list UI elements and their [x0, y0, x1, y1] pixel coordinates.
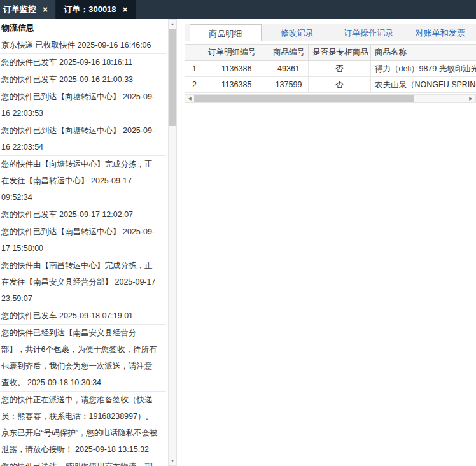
col-is-counter-product: 是否是专柜商品 [309, 45, 371, 61]
logistics-panel: 物流信息 京东快递 已收取快件 2025-09-16 16:46:06 您的快件… [0, 19, 179, 466]
logistics-entry: 您的快件已发车 2025-09-17 12:02:07 [0, 206, 166, 223]
logistics-entry: 您的快件已经到达【南昌安义县经营分部】，共计6个包裹，为便于您签收，待所有包裹到… [0, 325, 166, 392]
order-detail-no: 1136386 [204, 61, 269, 77]
logistics-entry: 您的快件已到达【向塘转运中心】 2025-09-16 22:03:54 [0, 122, 166, 156]
logistics-entry: 您的快件已到达【南昌转运中心】 2025-09-17 15:58:00 [0, 223, 166, 257]
tab-order-operation-log[interactable]: 订单操作记录 [333, 24, 405, 41]
logistics-entry: 您的快件已发车 2025-09-16 18:16:11 [0, 54, 166, 71]
logistics-entry: 您的快件已发车 2025-09-16 21:00:33 [0, 71, 166, 88]
scrollbar-thumb[interactable] [194, 95, 414, 102]
product-name-link[interactable]: 农夫山泉（NONGFU SPRING） [371, 77, 476, 93]
logistics-entry: 您的快件正在派送中，请您准备签收（快递员：熊赛赛，联系电话：1916823899… [0, 392, 166, 458]
logistics-entry: 您的快件已送达，感谢您使用京东物流，期待再次为您服务。 2025-09-18 1… [0, 458, 166, 466]
grid-header-row: 订单明细编号 商品编号 是否是专柜商品 商品名称 [185, 45, 476, 61]
is-counter-product: 否 [309, 77, 371, 93]
product-grid: 订单明细编号 商品编号 是否是专柜商品 商品名称 1 1136386 49361… [185, 44, 476, 103]
scroll-left-icon[interactable]: ◀ [185, 95, 194, 102]
logistics-title: 物流信息 [0, 19, 179, 37]
product-name-link[interactable]: 得力（deli）9879 光敏印油光敏印 [371, 61, 476, 77]
col-row-index [185, 45, 204, 61]
logistics-scrollbar[interactable]: ▲ ▼ [168, 19, 177, 466]
col-order-detail-no: 订单明细编号 [204, 45, 269, 61]
tab-order-monitor[interactable]: 订单监控 × [0, 0, 56, 19]
tab-label: 订单监控 [3, 4, 36, 15]
logistics-entry: 您的快件已到达【向塘转运中心】 2025-09-16 22:03:53 [0, 88, 166, 122]
tab-label: 订单：300018 [64, 4, 116, 15]
close-icon[interactable]: × [43, 5, 48, 14]
logistics-entry: 您的快件已发车 2025-09-18 07:19:01 [0, 307, 166, 325]
scrollbar-thumb[interactable] [169, 29, 176, 126]
scroll-right-icon[interactable]: ▶ [466, 95, 475, 102]
logistics-entry: 京东快递 已收取快件 2025-09-16 16:46:06 [0, 37, 166, 54]
scroll-up-icon[interactable]: ▲ [169, 20, 176, 29]
tab-order-300018[interactable]: 订单：300018 × [56, 0, 136, 19]
order-detail-panel: 商品明细 修改记录 订单操作记录 对账单和发票 订单明细编号 商品编号 是否是专… [185, 19, 476, 466]
row-index: 1 [185, 61, 204, 77]
row-index: 2 [185, 77, 204, 93]
order-detail-no: 1136385 [204, 77, 269, 93]
is-counter-product: 否 [309, 61, 371, 77]
product-no-link[interactable]: 137599 [269, 77, 309, 93]
grid-horizontal-scrollbar[interactable]: ◀ ▶ [185, 94, 476, 103]
logistics-list: 京东快递 已收取快件 2025-09-16 16:46:06 您的快件已发车 2… [0, 37, 166, 466]
tab-modify-log[interactable]: 修改记录 [262, 24, 333, 41]
scroll-down-icon[interactable]: ▼ [169, 456, 176, 465]
tab-statement-invoice[interactable]: 对账单和发票 [405, 24, 476, 41]
close-icon[interactable]: × [123, 5, 128, 14]
detail-tab-bar: 商品明细 修改记录 订单操作记录 对账单和发票 [185, 24, 476, 41]
window-tab-bar: 订单监控 × 订单：300018 × [0, 0, 476, 19]
logistics-entry: 您的快件由【南昌转运中心】完成分拣，正在发往【南昌安义县经营分部】 2025-0… [0, 257, 166, 307]
col-product-no: 商品编号 [269, 45, 309, 61]
logistics-entry: 您的快件由【向塘转运中心】完成分拣，正在发往【南昌转运中心】 2025-09-1… [0, 156, 166, 206]
table-row[interactable]: 1 1136386 49361 否 得力（deli）9879 光敏印油光敏印 [185, 61, 476, 77]
tab-product-detail[interactable]: 商品明细 [190, 24, 262, 41]
table-row[interactable]: 2 1136385 137599 否 农夫山泉（NONGFU SPRING） [185, 77, 476, 93]
col-product-name: 商品名称 [371, 45, 476, 61]
product-no-link[interactable]: 49361 [269, 61, 309, 77]
